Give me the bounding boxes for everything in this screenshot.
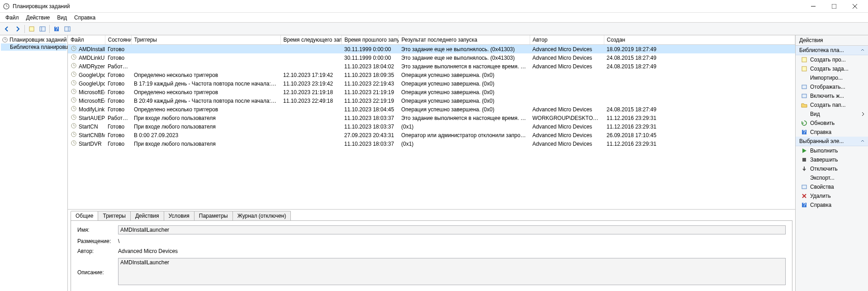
action-new-folder[interactable]: Создать пап... (796, 100, 868, 110)
menu-action[interactable]: Действие (23, 14, 54, 22)
show-hide-actions-button[interactable] (62, 24, 72, 34)
actions-group-library[interactable]: Библиотека пла... (796, 46, 868, 55)
end-icon (801, 157, 807, 163)
close-button[interactable] (844, 0, 865, 13)
task-header-row[interactable]: Файл Состояние Триггеры Время следующего… (68, 35, 795, 45)
tab-actions[interactable]: Действия (130, 211, 164, 220)
tab-history[interactable]: Журнал (отключен) (232, 211, 291, 220)
action-label: Отключить (810, 166, 838, 172)
action-run[interactable]: Выполнить (796, 146, 868, 155)
action-delete[interactable]: Удалить (796, 191, 868, 200)
task-next (280, 62, 342, 71)
name-field[interactable] (118, 225, 786, 234)
task-author: Advanced Micro Devices (530, 53, 604, 62)
task-created (604, 79, 795, 88)
properties-button[interactable] (27, 24, 37, 34)
task-state: Работает (105, 62, 131, 71)
col-author[interactable]: Автор (530, 35, 604, 45)
task-row[interactable]: ModifyLink...ГотовоОпределено несколько … (68, 105, 795, 114)
name-label: Имя: (77, 227, 118, 233)
action-label: Импортиро... (810, 75, 843, 81)
task-row[interactable]: GoogleUpda...ГотовоОпределено несколько … (68, 71, 795, 79)
action-create-basic[interactable]: Создать про... (796, 55, 868, 64)
action-disable[interactable]: Отключить (796, 164, 868, 173)
tab-triggers[interactable]: Триггеры (98, 211, 131, 220)
task-last: 27.09.2023 20:43:31 (342, 131, 398, 139)
action-export[interactable]: Экспорт... (796, 173, 868, 182)
menu-file[interactable]: Файл (2, 14, 23, 22)
tree-library[interactable]: Библиотека планировщ (1, 43, 66, 51)
task-row[interactable]: AMDLinkUp...Готово30.11.1999 0:00:00Это … (68, 53, 795, 62)
action-end[interactable]: Завершить (796, 155, 868, 164)
collapse-icon[interactable] (861, 139, 864, 143)
center-pane: Файл Состояние Триггеры Время следующего… (68, 35, 796, 291)
task-row[interactable]: MicrosoftEd...ГотовоОпределено несколько… (68, 88, 795, 96)
task-row[interactable]: StartDVRГотовоПри входе любого пользоват… (68, 139, 795, 148)
action-display-all[interactable]: Отображать... (796, 82, 868, 91)
col-next[interactable]: Время следующего запуска (280, 35, 342, 45)
action-help[interactable]: ?Справка (796, 128, 868, 137)
action-view[interactable]: Вид (796, 110, 868, 119)
task-next: 12.10.2023 21:19:18 (280, 88, 342, 96)
action-label: Удалить (810, 193, 831, 199)
author-label: Автор: (77, 248, 118, 254)
task-row[interactable]: GoogleUpda...ГотовоВ 17:19 каждый день -… (68, 79, 795, 88)
tab-conditions[interactable]: Условия (164, 211, 194, 220)
task-created (604, 96, 795, 105)
svg-rect-7 (29, 27, 34, 31)
task-author: Advanced Micro Devices (530, 62, 604, 71)
task-list[interactable]: Файл Состояние Триггеры Время следующего… (68, 35, 795, 210)
tree-root[interactable]: Планировщик заданий (Лок (1, 36, 66, 43)
task-row[interactable]: AMDInstallL...Готово30.11.1999 0:00:00Эт… (68, 45, 795, 54)
action-help[interactable]: ?Справка (796, 200, 868, 210)
task-row[interactable]: StartCNBMГотовоВ 0:00 27.09.202327.09.20… (68, 131, 795, 139)
col-created[interactable]: Создан (604, 35, 795, 45)
task-created: 26.09.2018 17:10:45 (604, 131, 795, 139)
task-icon (71, 54, 77, 62)
collapse-icon[interactable] (861, 48, 864, 52)
task-state: Готово (105, 88, 131, 96)
col-triggers[interactable]: Триггеры (131, 35, 280, 45)
action-create-task[interactable]: Создать зада... (796, 64, 868, 73)
task-row[interactable]: AMDRyzen...Работает11.10.2023 18:04:02Эт… (68, 62, 795, 71)
col-last[interactable]: Время прошлого запуска (342, 35, 398, 45)
action-enable-history[interactable]: Включить ж... (796, 91, 868, 100)
action-label: Отображать... (810, 84, 845, 90)
svg-line-43 (74, 117, 75, 118)
task-last: 11.10.2023 22:19:43 (342, 79, 398, 88)
action-properties[interactable]: Свойства (796, 182, 868, 191)
col-file[interactable]: Файл (68, 35, 105, 45)
nav-tree[interactable]: Планировщик заданий (Лок Библиотека план… (0, 35, 68, 291)
minimize-button[interactable] (803, 0, 824, 13)
nav-back-button[interactable] (2, 24, 12, 34)
task-name: AMDInstallL... (79, 46, 105, 52)
scheduler-icon (2, 37, 8, 43)
task-triggers: При входе любого пользователя (131, 139, 280, 148)
desc-field[interactable] (118, 258, 786, 285)
show-hide-tree-button[interactable] (38, 24, 47, 34)
task-row[interactable]: StartCNГотовоПри входе любого пользовате… (68, 122, 795, 131)
col-result[interactable]: Результат последнего запуска (398, 35, 530, 45)
action-import[interactable]: Импортиро... (796, 73, 868, 82)
task-name: GoogleUpda... (79, 72, 105, 78)
task-row[interactable]: MicrosoftEd...ГотовоВ 20:49 каждый день … (68, 96, 795, 105)
menu-help[interactable]: Справка (71, 14, 99, 22)
help-icon: ? (801, 129, 807, 135)
col-state[interactable]: Состояние (105, 35, 131, 45)
tab-general[interactable]: Общие (71, 211, 98, 220)
task-triggers: Определено несколько триггеров (131, 105, 280, 114)
tab-settings[interactable]: Параметры (194, 211, 233, 220)
task-icon (71, 105, 77, 113)
action-refresh[interactable]: Обновить (796, 119, 868, 128)
task-author: Advanced Micro Devices (530, 45, 604, 54)
task-row[interactable]: StartAUEPРаботаетПри входе любого пользо… (68, 114, 795, 122)
maximize-button[interactable] (824, 0, 844, 13)
action-label: Создать пап... (810, 102, 846, 108)
help-button[interactable]: ? (52, 24, 62, 34)
task-created (604, 71, 795, 79)
nav-forward-button[interactable] (13, 24, 23, 34)
menu-view[interactable]: Вид (53, 14, 71, 22)
svg-rect-4 (832, 4, 836, 9)
actions-group-selected[interactable]: Выбранный эле... (796, 137, 868, 146)
svg-rect-54 (802, 67, 806, 71)
